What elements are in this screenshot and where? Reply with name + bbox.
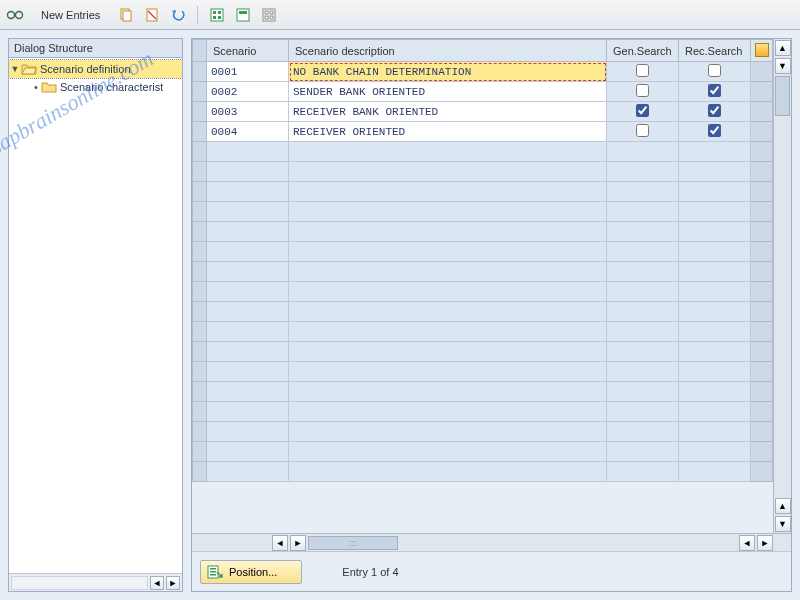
row-selector[interactable] xyxy=(193,202,207,222)
empty-cell[interactable] xyxy=(679,422,751,442)
empty-cell[interactable] xyxy=(607,222,679,242)
row-selector[interactable] xyxy=(193,422,207,442)
cell-gen-search[interactable] xyxy=(607,62,679,82)
row-selector[interactable] xyxy=(193,462,207,482)
tree-root-scenario-definition[interactable]: ▼ Scenario definition xyxy=(9,60,182,78)
empty-cell[interactable] xyxy=(289,202,607,222)
new-entries-button[interactable]: New Entries xyxy=(32,4,109,26)
empty-cell[interactable] xyxy=(679,382,751,402)
row-selector[interactable] xyxy=(193,162,207,182)
row-selector[interactable] xyxy=(193,242,207,262)
table-config-header[interactable] xyxy=(751,40,773,62)
row-selector[interactable] xyxy=(193,282,207,302)
gen-search-checkbox[interactable] xyxy=(636,104,649,117)
empty-cell[interactable] xyxy=(679,302,751,322)
empty-cell[interactable] xyxy=(207,402,289,422)
col-scenario-header[interactable]: Scenario xyxy=(207,40,289,62)
empty-cell[interactable] xyxy=(607,182,679,202)
row-selector[interactable] xyxy=(193,302,207,322)
cell-rec-search[interactable] xyxy=(679,82,751,102)
vertical-scroll-thumb[interactable] xyxy=(775,76,790,116)
row-selector[interactable] xyxy=(193,222,207,242)
empty-cell[interactable] xyxy=(679,462,751,482)
cell-gen-search[interactable] xyxy=(607,82,679,102)
row-selector[interactable] xyxy=(193,382,207,402)
row-selector[interactable] xyxy=(193,122,207,142)
select-block-icon[interactable] xyxy=(234,6,252,24)
rec-search-checkbox[interactable] xyxy=(708,84,721,97)
empty-cell[interactable] xyxy=(607,402,679,422)
empty-cell[interactable] xyxy=(289,422,607,442)
empty-cell[interactable] xyxy=(607,202,679,222)
empty-cell[interactable] xyxy=(679,362,751,382)
empty-cell[interactable] xyxy=(289,162,607,182)
gen-search-checkbox[interactable] xyxy=(636,64,649,77)
empty-cell[interactable] xyxy=(679,162,751,182)
empty-cell[interactable] xyxy=(207,302,289,322)
empty-cell[interactable] xyxy=(289,142,607,162)
empty-cell[interactable] xyxy=(289,262,607,282)
table-settings-icon[interactable] xyxy=(755,43,769,57)
empty-cell[interactable] xyxy=(607,242,679,262)
empty-cell[interactable] xyxy=(207,222,289,242)
row-selector[interactable] xyxy=(193,62,207,82)
copy-icon[interactable] xyxy=(117,6,135,24)
position-button[interactable]: Position... xyxy=(200,560,302,584)
scroll-left-icon[interactable]: ◄ xyxy=(150,576,164,590)
rec-search-checkbox[interactable] xyxy=(708,124,721,137)
empty-cell[interactable] xyxy=(607,422,679,442)
col-rec-search-header[interactable]: Rec.Search xyxy=(679,40,751,62)
empty-cell[interactable] xyxy=(607,162,679,182)
scroll-down-icon[interactable]: ▼ xyxy=(775,58,791,74)
rec-search-checkbox[interactable] xyxy=(708,64,721,77)
row-selector[interactable] xyxy=(193,102,207,122)
empty-cell[interactable] xyxy=(607,322,679,342)
empty-cell[interactable] xyxy=(607,262,679,282)
empty-cell[interactable] xyxy=(207,282,289,302)
cell-rec-search[interactable] xyxy=(679,102,751,122)
empty-cell[interactable] xyxy=(679,442,751,462)
empty-cell[interactable] xyxy=(289,442,607,462)
row-selector[interactable] xyxy=(193,342,207,362)
expand-collapse-icon[interactable]: ▼ xyxy=(9,64,21,74)
empty-cell[interactable] xyxy=(207,182,289,202)
cell-description[interactable]: RECEIVER BANK ORIENTED xyxy=(289,102,607,122)
vertical-scroll-track[interactable] xyxy=(774,117,791,497)
row-selector[interactable] xyxy=(193,82,207,102)
empty-cell[interactable] xyxy=(679,282,751,302)
cell-scenario[interactable]: 0002 xyxy=(207,82,289,102)
empty-cell[interactable] xyxy=(207,442,289,462)
cell-scenario[interactable]: 0001 xyxy=(207,62,289,82)
hscroll-right-icon[interactable]: ► xyxy=(290,535,306,551)
empty-cell[interactable] xyxy=(607,142,679,162)
empty-cell[interactable] xyxy=(679,222,751,242)
gen-search-checkbox[interactable] xyxy=(636,84,649,97)
empty-cell[interactable] xyxy=(607,302,679,322)
row-selector[interactable] xyxy=(193,142,207,162)
undo-icon[interactable] xyxy=(169,6,187,24)
empty-cell[interactable] xyxy=(679,322,751,342)
empty-cell[interactable] xyxy=(289,342,607,362)
row-selector[interactable] xyxy=(193,182,207,202)
empty-cell[interactable] xyxy=(289,182,607,202)
empty-cell[interactable] xyxy=(207,362,289,382)
glasses-icon[interactable] xyxy=(6,6,24,24)
empty-cell[interactable] xyxy=(607,362,679,382)
empty-cell[interactable] xyxy=(289,222,607,242)
empty-cell[interactable] xyxy=(207,242,289,262)
empty-cell[interactable] xyxy=(289,242,607,262)
empty-cell[interactable] xyxy=(679,342,751,362)
row-selector-header[interactable] xyxy=(193,40,207,62)
empty-cell[interactable] xyxy=(679,402,751,422)
cell-scenario[interactable]: 0003 xyxy=(207,102,289,122)
cell-scenario[interactable]: 0004 xyxy=(207,122,289,142)
empty-cell[interactable] xyxy=(607,342,679,362)
hscroll-left-icon[interactable]: ◄ xyxy=(272,535,288,551)
delete-icon[interactable] xyxy=(143,6,161,24)
col-gen-search-header[interactable]: Gen.Search xyxy=(607,40,679,62)
scroll-down-bottom-icon[interactable]: ▼ xyxy=(775,516,791,532)
empty-cell[interactable] xyxy=(207,262,289,282)
row-selector[interactable] xyxy=(193,442,207,462)
empty-cell[interactable] xyxy=(207,322,289,342)
empty-cell[interactable] xyxy=(607,462,679,482)
